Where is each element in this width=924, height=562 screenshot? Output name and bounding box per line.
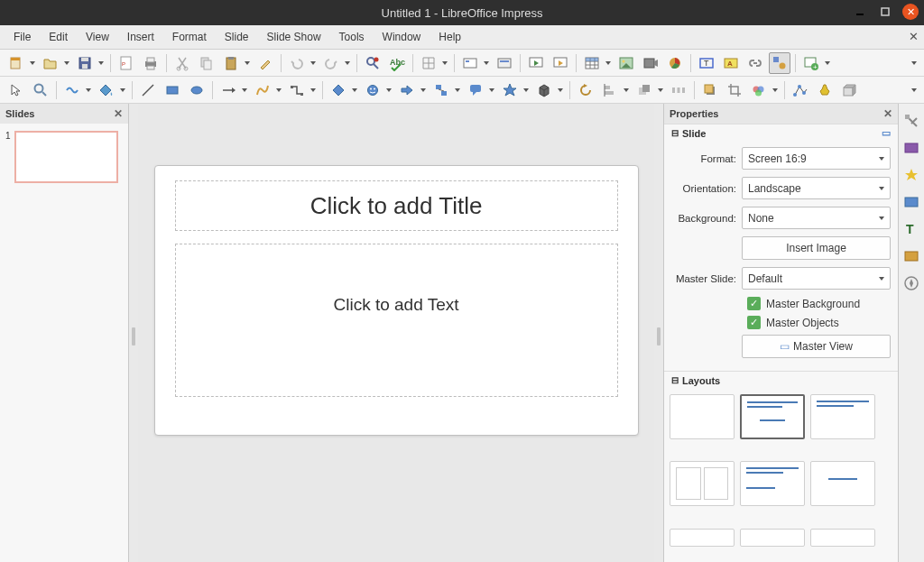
curves-polygons-icon[interactable]: [252, 79, 273, 101]
menu-view[interactable]: View: [78, 27, 117, 47]
flowchart-icon[interactable]: [430, 79, 452, 101]
basic-shapes-icon[interactable]: [328, 79, 349, 101]
insert-av-icon[interactable]: [640, 52, 661, 74]
glue-points-icon[interactable]: [814, 79, 836, 101]
slides-panel-close-icon[interactable]: ✕: [114, 107, 123, 120]
start-current-slide-icon[interactable]: [550, 52, 571, 74]
align-objects-icon[interactable]: [599, 79, 621, 101]
sidebar-properties-icon[interactable]: [901, 111, 921, 131]
line-color-icon[interactable]: [61, 79, 83, 101]
shadow-icon[interactable]: [699, 79, 721, 101]
insert-table-icon[interactable]: [581, 52, 603, 74]
export-pdf-icon[interactable]: P: [116, 52, 137, 74]
insert-fontwork-icon[interactable]: A: [720, 52, 742, 74]
maximize-button[interactable]: [877, 4, 893, 20]
spellcheck-icon[interactable]: Abc: [386, 52, 408, 74]
slide-canvas[interactable]: Click to add Title Click to add Text: [154, 165, 639, 436]
menu-slide[interactable]: Slide: [217, 27, 257, 47]
sidebar-gallery-icon[interactable]: [901, 246, 921, 266]
clone-formatting-icon[interactable]: [254, 52, 276, 74]
layout-title-only[interactable]: [740, 461, 805, 506]
master-background-checkbox[interactable]: ✓Master Background: [671, 297, 891, 310]
slide-thumbnail[interactable]: 1: [7, 131, 121, 183]
symbol-shapes-icon[interactable]: [362, 79, 383, 101]
format-select[interactable]: Screen 16:9: [742, 147, 891, 170]
sidebar-master-slides-icon[interactable]: [901, 192, 921, 212]
master-objects-checkbox[interactable]: ✓Master Objects: [671, 316, 891, 329]
points-icon[interactable]: [790, 79, 811, 101]
new-slide-icon[interactable]: +: [800, 52, 822, 74]
insert-image-button[interactable]: Insert Image: [742, 236, 891, 260]
redo-icon[interactable]: [320, 52, 342, 74]
layout-centered[interactable]: [810, 461, 875, 506]
line-tool-icon[interactable]: [137, 79, 159, 101]
sidebar-navigator-icon[interactable]: [901, 273, 921, 293]
undo-icon[interactable]: [286, 52, 308, 74]
crop-image-icon[interactable]: [724, 79, 745, 101]
filter-icon[interactable]: [748, 79, 770, 101]
distribute-icon[interactable]: [668, 79, 689, 101]
ellipse-tool-icon[interactable]: [186, 79, 208, 101]
master-slide-icon[interactable]: [494, 52, 515, 74]
sidebar-styles-icon[interactable]: T: [901, 219, 921, 239]
title-placeholder[interactable]: Click to add Title: [175, 180, 618, 231]
insert-image-icon[interactable]: [615, 52, 637, 74]
background-select[interactable]: None: [742, 207, 891, 229]
display-grid-icon[interactable]: [418, 52, 439, 74]
show-draw-functions-icon[interactable]: [769, 52, 790, 74]
extrusion-icon[interactable]: [838, 79, 860, 101]
menu-tools[interactable]: Tools: [331, 27, 373, 47]
close-button[interactable]: ✕: [902, 4, 919, 20]
select-tool-icon[interactable]: [5, 79, 27, 101]
display-views-icon[interactable]: [459, 52, 481, 74]
rectangle-tool-icon[interactable]: [162, 79, 183, 101]
sidebar-slide-transition-icon[interactable]: [901, 138, 921, 158]
copy-icon[interactable]: [196, 52, 217, 74]
layout-title-two-content[interactable]: [810, 394, 875, 439]
left-pane-splitter[interactable]: [129, 104, 138, 562]
layout-blank[interactable]: [670, 394, 735, 439]
menu-insert[interactable]: Insert: [119, 27, 162, 47]
content-placeholder[interactable]: Click to add Text: [175, 244, 618, 397]
sidebar-animation-icon[interactable]: [901, 165, 921, 185]
layout-title-content[interactable]: [740, 394, 805, 439]
orientation-select[interactable]: Landscape: [742, 177, 891, 199]
lines-arrows-icon[interactable]: [217, 79, 239, 101]
menu-window[interactable]: Window: [374, 27, 430, 47]
callouts-icon[interactable]: [465, 79, 486, 101]
master-view-button[interactable]: ▭Master View: [742, 335, 891, 358]
minimize-button[interactable]: [852, 4, 868, 20]
open-icon[interactable]: [40, 52, 61, 74]
rotate-icon[interactable]: [575, 79, 596, 101]
menu-file[interactable]: File: [5, 27, 39, 47]
new-document-icon[interactable]: [5, 52, 27, 74]
print-icon[interactable]: [140, 52, 162, 74]
zoom-pan-icon[interactable]: [30, 79, 51, 101]
menu-help[interactable]: Help: [430, 27, 469, 47]
save-icon[interactable]: [74, 52, 96, 74]
properties-panel-close-icon[interactable]: ✕: [883, 107, 892, 120]
right-pane-splitter[interactable]: [654, 104, 663, 562]
3d-objects-icon[interactable]: [533, 79, 555, 101]
insert-hyperlink-icon[interactable]: [744, 52, 766, 74]
menu-edit[interactable]: Edit: [41, 27, 76, 47]
fill-color-icon[interactable]: [96, 79, 117, 101]
layout-7[interactable]: [670, 529, 735, 547]
layout-9[interactable]: [810, 529, 875, 547]
document-close-icon[interactable]: ✕: [909, 30, 919, 43]
find-replace-icon[interactable]: [362, 52, 383, 74]
layout-two-col[interactable]: [670, 461, 735, 506]
menu-format[interactable]: Format: [164, 27, 215, 47]
menu-slideshow[interactable]: Slide Show: [259, 27, 329, 47]
start-first-slide-icon[interactable]: [525, 52, 547, 74]
stars-icon[interactable]: [499, 79, 521, 101]
block-arrows-icon[interactable]: [396, 79, 418, 101]
layout-8[interactable]: [740, 529, 805, 547]
insert-textbox-icon[interactable]: T: [696, 52, 717, 74]
connectors-icon[interactable]: [286, 79, 308, 101]
master-slide-select[interactable]: Default: [742, 267, 891, 290]
arrange-icon[interactable]: [633, 79, 655, 101]
insert-chart-icon[interactable]: [664, 52, 686, 74]
paste-icon[interactable]: [220, 52, 242, 74]
cut-icon[interactable]: [171, 52, 193, 74]
